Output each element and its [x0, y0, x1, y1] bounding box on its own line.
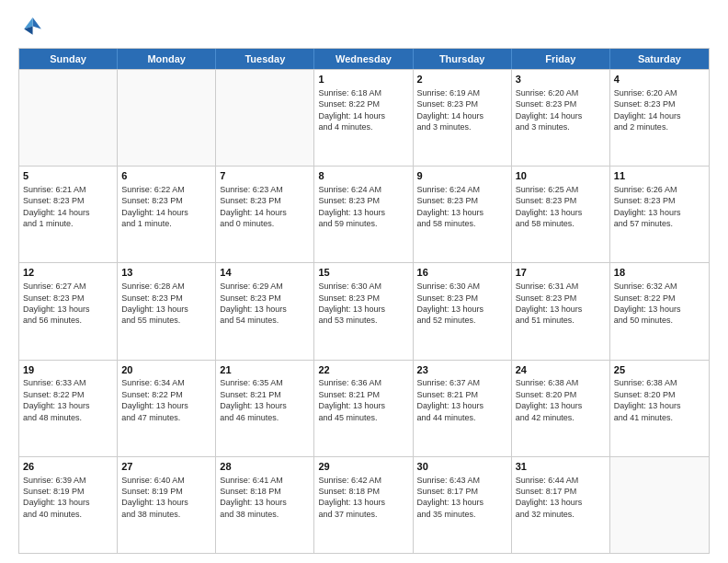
logo-icon	[18, 15, 44, 40]
header-day-saturday: Saturday	[610, 49, 709, 69]
calendar-cell: 17Sunrise: 6:31 AM Sunset: 8:23 PM Dayli…	[512, 263, 610, 359]
day-number: 1	[318, 73, 408, 86]
cell-text: Sunrise: 6:28 AM Sunset: 8:23 PM Dayligh…	[121, 281, 211, 327]
calendar-cell: 19Sunrise: 6:33 AM Sunset: 8:22 PM Dayli…	[19, 361, 118, 456]
calendar-cell: 10Sunrise: 6:25 AM Sunset: 8:23 PM Dayli…	[512, 167, 610, 262]
header-day-friday: Friday	[512, 49, 610, 69]
calendar-cell: 20Sunrise: 6:34 AM Sunset: 8:22 PM Dayli…	[118, 361, 216, 456]
day-number: 23	[417, 363, 507, 377]
calendar-cell: 11Sunrise: 6:26 AM Sunset: 8:23 PM Dayli…	[610, 167, 709, 262]
calendar-row-0: 1Sunrise: 6:18 AM Sunset: 8:22 PM Daylig…	[19, 69, 709, 166]
cell-text: Sunrise: 6:18 AM Sunset: 8:22 PM Dayligh…	[318, 87, 408, 133]
cell-text: Sunrise: 6:43 AM Sunset: 8:17 PM Dayligh…	[417, 475, 507, 521]
cell-text: Sunrise: 6:34 AM Sunset: 8:22 PM Dayligh…	[121, 377, 211, 423]
cell-text: Sunrise: 6:36 AM Sunset: 8:21 PM Dayligh…	[318, 377, 408, 423]
calendar-cell: 3Sunrise: 6:20 AM Sunset: 8:23 PM Daylig…	[512, 70, 610, 166]
calendar-cell	[610, 457, 709, 553]
day-number: 18	[614, 266, 705, 280]
day-number: 5	[23, 169, 113, 183]
cell-text: Sunrise: 6:24 AM Sunset: 8:23 PM Dayligh…	[318, 184, 408, 230]
day-number: 14	[220, 266, 310, 280]
calendar-cell: 12Sunrise: 6:27 AM Sunset: 8:23 PM Dayli…	[19, 263, 118, 359]
cell-text: Sunrise: 6:44 AM Sunset: 8:17 PM Dayligh…	[516, 475, 606, 521]
calendar-cell: 28Sunrise: 6:41 AM Sunset: 8:18 PM Dayli…	[216, 457, 314, 553]
day-number: 29	[318, 460, 408, 474]
day-number: 28	[220, 460, 310, 474]
cell-text: Sunrise: 6:42 AM Sunset: 8:18 PM Dayligh…	[318, 475, 408, 521]
calendar-cell: 8Sunrise: 6:24 AM Sunset: 8:23 PM Daylig…	[314, 167, 413, 262]
calendar-cell: 27Sunrise: 6:40 AM Sunset: 8:19 PM Dayli…	[118, 457, 216, 553]
page: SundayMondayTuesdayWednesdayThursdayFrid…	[0, 0, 728, 563]
calendar-body: 1Sunrise: 6:18 AM Sunset: 8:22 PM Daylig…	[19, 69, 709, 553]
calendar-cell: 24Sunrise: 6:38 AM Sunset: 8:20 PM Dayli…	[512, 361, 610, 456]
calendar-cell: 5Sunrise: 6:21 AM Sunset: 8:23 PM Daylig…	[19, 167, 118, 262]
cell-text: Sunrise: 6:20 AM Sunset: 8:23 PM Dayligh…	[516, 87, 606, 133]
cell-text: Sunrise: 6:31 AM Sunset: 8:23 PM Dayligh…	[516, 281, 606, 327]
header-day-wednesday: Wednesday	[314, 49, 413, 69]
cell-text: Sunrise: 6:26 AM Sunset: 8:23 PM Dayligh…	[614, 184, 705, 230]
day-number: 20	[121, 363, 211, 377]
day-number: 9	[417, 169, 507, 183]
calendar-cell: 14Sunrise: 6:29 AM Sunset: 8:23 PM Dayli…	[216, 263, 314, 359]
calendar-cell: 25Sunrise: 6:38 AM Sunset: 8:20 PM Dayli…	[610, 361, 709, 456]
cell-text: Sunrise: 6:38 AM Sunset: 8:20 PM Dayligh…	[614, 377, 705, 423]
day-number: 24	[516, 363, 606, 377]
calendar-cell: 30Sunrise: 6:43 AM Sunset: 8:17 PM Dayli…	[414, 457, 512, 553]
cell-text: Sunrise: 6:30 AM Sunset: 8:23 PM Dayligh…	[417, 281, 507, 327]
cell-text: Sunrise: 6:19 AM Sunset: 8:23 PM Dayligh…	[417, 87, 507, 133]
cell-text: Sunrise: 6:39 AM Sunset: 8:19 PM Dayligh…	[23, 475, 113, 521]
calendar: SundayMondayTuesdayWednesdayThursdayFrid…	[18, 48, 710, 554]
calendar-row-1: 5Sunrise: 6:21 AM Sunset: 8:23 PM Daylig…	[19, 166, 709, 262]
cell-text: Sunrise: 6:33 AM Sunset: 8:22 PM Dayligh…	[23, 377, 113, 423]
day-number: 6	[121, 169, 211, 183]
cell-text: Sunrise: 6:30 AM Sunset: 8:23 PM Dayligh…	[318, 281, 408, 327]
cell-text: Sunrise: 6:32 AM Sunset: 8:22 PM Dayligh…	[614, 281, 705, 327]
day-number: 27	[121, 460, 211, 474]
calendar-row-4: 26Sunrise: 6:39 AM Sunset: 8:19 PM Dayli…	[19, 456, 709, 553]
calendar-cell: 18Sunrise: 6:32 AM Sunset: 8:22 PM Dayli…	[610, 263, 709, 359]
header-day-thursday: Thursday	[414, 49, 512, 69]
day-number: 2	[417, 73, 507, 86]
cell-text: Sunrise: 6:24 AM Sunset: 8:23 PM Dayligh…	[417, 184, 507, 230]
cell-text: Sunrise: 6:27 AM Sunset: 8:23 PM Dayligh…	[23, 281, 113, 327]
day-number: 22	[318, 363, 408, 377]
svg-marker-0	[33, 17, 41, 29]
calendar-row-3: 19Sunrise: 6:33 AM Sunset: 8:22 PM Dayli…	[19, 360, 709, 456]
day-number: 17	[516, 266, 606, 280]
cell-text: Sunrise: 6:22 AM Sunset: 8:23 PM Dayligh…	[121, 184, 211, 230]
calendar-row-2: 12Sunrise: 6:27 AM Sunset: 8:23 PM Dayli…	[19, 262, 709, 359]
day-number: 25	[614, 363, 705, 377]
calendar-cell: 6Sunrise: 6:22 AM Sunset: 8:23 PM Daylig…	[118, 167, 216, 262]
day-number: 11	[614, 169, 705, 183]
cell-text: Sunrise: 6:23 AM Sunset: 8:23 PM Dayligh…	[220, 184, 310, 230]
header-day-monday: Monday	[118, 49, 216, 69]
calendar-cell	[216, 70, 314, 166]
day-number: 10	[516, 169, 606, 183]
calendar-cell: 15Sunrise: 6:30 AM Sunset: 8:23 PM Dayli…	[314, 263, 413, 359]
day-number: 26	[23, 460, 113, 474]
day-number: 21	[220, 363, 310, 377]
cell-text: Sunrise: 6:37 AM Sunset: 8:21 PM Dayligh…	[417, 377, 507, 423]
day-number: 8	[318, 169, 408, 183]
cell-text: Sunrise: 6:29 AM Sunset: 8:23 PM Dayligh…	[220, 281, 310, 327]
cell-text: Sunrise: 6:25 AM Sunset: 8:23 PM Dayligh…	[516, 184, 606, 230]
cell-text: Sunrise: 6:38 AM Sunset: 8:20 PM Dayligh…	[516, 377, 606, 423]
cell-text: Sunrise: 6:21 AM Sunset: 8:23 PM Dayligh…	[23, 184, 113, 230]
day-number: 19	[23, 363, 113, 377]
calendar-cell	[19, 70, 118, 166]
logo	[18, 15, 48, 40]
calendar-cell: 1Sunrise: 6:18 AM Sunset: 8:22 PM Daylig…	[314, 70, 413, 166]
header	[18, 15, 710, 40]
cell-text: Sunrise: 6:35 AM Sunset: 8:21 PM Dayligh…	[220, 377, 310, 423]
calendar-cell: 31Sunrise: 6:44 AM Sunset: 8:17 PM Dayli…	[512, 457, 610, 553]
calendar-cell: 9Sunrise: 6:24 AM Sunset: 8:23 PM Daylig…	[414, 167, 512, 262]
header-day-sunday: Sunday	[19, 49, 118, 69]
day-number: 7	[220, 169, 310, 183]
calendar-cell: 7Sunrise: 6:23 AM Sunset: 8:23 PM Daylig…	[216, 167, 314, 262]
day-number: 4	[614, 73, 705, 86]
calendar-cell: 4Sunrise: 6:20 AM Sunset: 8:23 PM Daylig…	[610, 70, 709, 166]
day-number: 30	[417, 460, 507, 474]
cell-text: Sunrise: 6:41 AM Sunset: 8:18 PM Dayligh…	[220, 475, 310, 521]
calendar-cell: 13Sunrise: 6:28 AM Sunset: 8:23 PM Dayli…	[118, 263, 216, 359]
calendar-cell: 2Sunrise: 6:19 AM Sunset: 8:23 PM Daylig…	[414, 70, 512, 166]
